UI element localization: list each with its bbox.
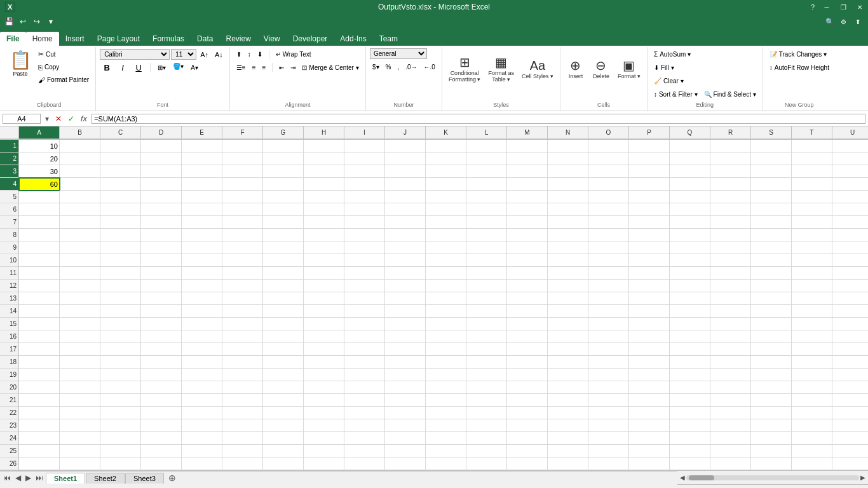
cell-L7[interactable]	[466, 216, 507, 229]
cell-Q19[interactable]	[670, 369, 710, 381]
cell-D14[interactable]	[141, 305, 182, 318]
cell-R4[interactable]	[710, 178, 751, 191]
cell-T26[interactable]	[792, 458, 832, 470]
cell-D10[interactable]	[141, 254, 182, 267]
cell-P15[interactable]	[629, 318, 670, 330]
cell-T5[interactable]	[792, 191, 832, 203]
cell-U18[interactable]	[832, 356, 868, 369]
cell-F7[interactable]	[222, 216, 263, 229]
col-header-K[interactable]: K	[426, 126, 466, 139]
cell-O13[interactable]	[588, 292, 629, 305]
merge-center-button[interactable]: ⊡ Merge & Center▾	[299, 62, 362, 74]
cell-H15[interactable]	[304, 318, 344, 330]
cell-J11[interactable]	[385, 267, 426, 280]
tab-review[interactable]: Review	[219, 32, 257, 46]
cell-Q1[interactable]	[670, 140, 710, 152]
cell-O25[interactable]	[588, 445, 629, 458]
cell-L18[interactable]	[466, 356, 507, 369]
cell-I22[interactable]	[344, 407, 385, 419]
cell-H16[interactable]	[304, 330, 344, 343]
cell-C2[interactable]	[100, 152, 141, 165]
cell-T3[interactable]	[792, 165, 832, 178]
col-header-H[interactable]: H	[304, 126, 344, 139]
cell-O24[interactable]	[588, 432, 629, 445]
cell-H22[interactable]	[304, 407, 344, 419]
cell-R10[interactable]	[710, 254, 751, 267]
align-right-button[interactable]: ≡	[260, 62, 269, 74]
cell-Q24[interactable]	[670, 432, 710, 445]
cell-Q14[interactable]	[670, 305, 710, 318]
cell-I11[interactable]	[344, 267, 385, 280]
cell-H20[interactable]	[304, 381, 344, 394]
cell-F25[interactable]	[222, 445, 263, 458]
cell-G13[interactable]	[263, 292, 304, 305]
cell-A6[interactable]	[19, 203, 60, 216]
cell-O8[interactable]	[588, 229, 629, 241]
cell-H26[interactable]	[304, 458, 344, 470]
cell-O12[interactable]	[588, 280, 629, 292]
cell-O5[interactable]	[588, 191, 629, 203]
cell-T18[interactable]	[792, 356, 832, 369]
cell-P8[interactable]	[629, 229, 670, 241]
cell-A12[interactable]	[19, 280, 60, 292]
cell-J18[interactable]	[385, 356, 426, 369]
row-num-7[interactable]: 7	[0, 216, 18, 229]
row-num-23[interactable]: 23	[0, 419, 18, 432]
cell-C4[interactable]	[100, 178, 141, 191]
cell-N17[interactable]	[548, 343, 588, 356]
cell-P18[interactable]	[629, 356, 670, 369]
cell-B5[interactable]	[60, 191, 100, 203]
cell-R3[interactable]	[710, 165, 751, 178]
cell-H11[interactable]	[304, 267, 344, 280]
cell-K18[interactable]	[426, 356, 466, 369]
cell-L16[interactable]	[466, 330, 507, 343]
cell-Q5[interactable]	[670, 191, 710, 203]
cell-M15[interactable]	[507, 318, 548, 330]
cell-K22[interactable]	[426, 407, 466, 419]
cell-M23[interactable]	[507, 419, 548, 432]
cell-B13[interactable]	[60, 292, 100, 305]
cell-O21[interactable]	[588, 394, 629, 407]
cell-T9[interactable]	[792, 241, 832, 254]
cell-J23[interactable]	[385, 419, 426, 432]
cell-E3[interactable]	[182, 165, 222, 178]
cell-K10[interactable]	[426, 254, 466, 267]
cell-G19[interactable]	[263, 369, 304, 381]
cell-R14[interactable]	[710, 305, 751, 318]
cell-J10[interactable]	[385, 254, 426, 267]
restore-button[interactable]: ❐	[835, 0, 851, 14]
row-num-8[interactable]: 8	[0, 229, 18, 241]
cell-G12[interactable]	[263, 280, 304, 292]
cell-S17[interactable]	[751, 343, 792, 356]
fill-button[interactable]: ⬇ Fill▾	[651, 62, 677, 74]
cell-H14[interactable]	[304, 305, 344, 318]
cell-P7[interactable]	[629, 216, 670, 229]
col-header-S[interactable]: S	[751, 126, 792, 139]
decrease-font-button[interactable]: A↓	[212, 48, 226, 60]
cell-R21[interactable]	[710, 394, 751, 407]
cell-J8[interactable]	[385, 229, 426, 241]
conditional-formatting-button[interactable]: ⊞ ConditionalFormatting ▾	[446, 48, 484, 89]
cell-R5[interactable]	[710, 191, 751, 203]
cell-B14[interactable]	[60, 305, 100, 318]
cell-L19[interactable]	[466, 369, 507, 381]
cell-M22[interactable]	[507, 407, 548, 419]
cell-S10[interactable]	[751, 254, 792, 267]
cell-L6[interactable]	[466, 203, 507, 216]
row-num-6[interactable]: 6	[0, 203, 18, 216]
cell-N22[interactable]	[548, 407, 588, 419]
cell-I13[interactable]	[344, 292, 385, 305]
cell-H10[interactable]	[304, 254, 344, 267]
cell-I10[interactable]	[344, 254, 385, 267]
cell-I14[interactable]	[344, 305, 385, 318]
cell-F13[interactable]	[222, 292, 263, 305]
cell-H9[interactable]	[304, 241, 344, 254]
cell-styles-button[interactable]: Aa Cell Styles ▾	[519, 48, 556, 89]
cell-O4[interactable]	[588, 178, 629, 191]
cell-I19[interactable]	[344, 369, 385, 381]
cell-G14[interactable]	[263, 305, 304, 318]
cell-H8[interactable]	[304, 229, 344, 241]
cell-K11[interactable]	[426, 267, 466, 280]
cell-B18[interactable]	[60, 356, 100, 369]
cell-T14[interactable]	[792, 305, 832, 318]
